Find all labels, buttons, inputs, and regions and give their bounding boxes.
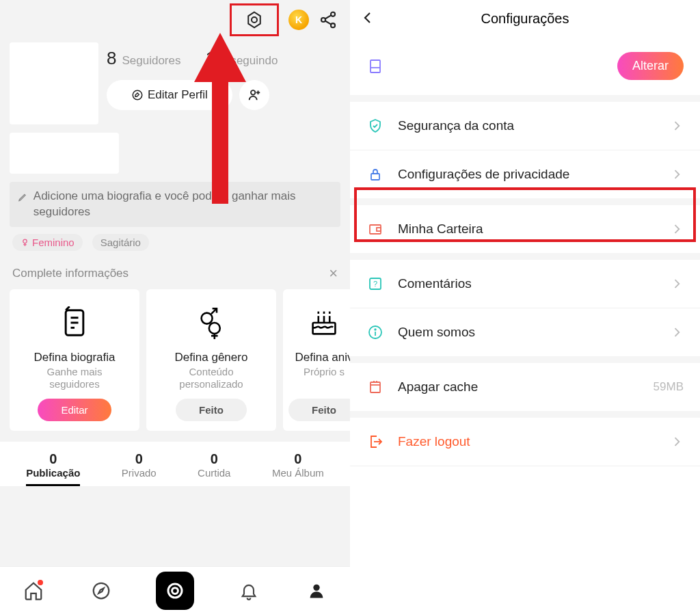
notification-dot [38, 580, 43, 585]
privacy-label: Configurações de privacidade [398, 167, 569, 182]
camera-icon [165, 580, 185, 601]
svg-rect-35 [371, 60, 380, 72]
lock-icon [367, 166, 383, 183]
settings-row-comments[interactable]: ? Comentários [350, 260, 700, 308]
settings-row-about[interactable]: Quem somos [350, 308, 700, 363]
tab-album-count: 0 [272, 451, 324, 467]
tab-album[interactable]: 0 Meu Álbum [272, 451, 324, 486]
settings-row-account[interactable]: Alterar [350, 37, 700, 102]
add-friend-button[interactable] [239, 80, 269, 110]
compass-icon [91, 580, 111, 601]
tab-private[interactable]: 0 Privado [122, 451, 157, 486]
share-icon[interactable] [319, 10, 338, 29]
chevron-right-icon [670, 277, 684, 291]
svg-rect-39 [377, 228, 381, 231]
svg-marker-0 [248, 12, 260, 28]
card-birthday-btn-label: Feito [312, 404, 336, 416]
trash-icon [367, 379, 383, 395]
person-icon [307, 581, 326, 600]
edit-profile-button[interactable]: Editar Perfil [107, 80, 232, 110]
svg-rect-38 [370, 225, 381, 234]
svg-point-3 [321, 18, 325, 22]
settings-row-cache[interactable]: Apagar cache 59MB [350, 363, 700, 418]
chevron-right-icon [670, 435, 684, 449]
chevron-left-icon [360, 10, 376, 26]
chevron-right-icon [670, 168, 684, 181]
card-bio-sub1: Ganhe mais [47, 366, 103, 377]
tab-liked-count: 0 [198, 451, 230, 467]
card-bio: Defina biografia Ganhe mais seguidores E… [10, 289, 139, 431]
card-bio-btn-label: Editar [61, 404, 88, 416]
wallet-icon [367, 221, 383, 237]
nav-notifications[interactable] [237, 578, 261, 603]
svg-rect-37 [371, 174, 379, 180]
card-birthday-title: Defina aniv [295, 351, 350, 364]
svg-point-4 [331, 23, 335, 27]
svg-point-32 [172, 587, 178, 593]
card-bio-button[interactable]: Editar [38, 399, 111, 421]
page-title: Configurações [481, 11, 569, 27]
card-birthday-button[interactable]: Feito [288, 399, 350, 421]
settings-row-logout[interactable]: Fazer logout [350, 418, 700, 466]
bell-icon [239, 581, 258, 600]
logout-icon [367, 433, 383, 450]
card-birthday-sub1: Próprio s [304, 366, 345, 377]
account-icon [367, 58, 383, 75]
settings-row-security[interactable]: Segurança da conta [350, 102, 700, 150]
nav-camera[interactable] [156, 572, 194, 610]
bio-prompt[interactable]: Adicione uma biografia e você poderá gan… [10, 182, 340, 227]
tab-posts[interactable]: 0 Publicação [26, 451, 80, 486]
back-button[interactable] [360, 10, 376, 29]
zodiac-tag-label: Sagitário [100, 237, 141, 248]
nav-profile[interactable] [304, 578, 329, 603]
svg-marker-30 [98, 588, 104, 593]
following-stat[interactable]: 10 seguindo [205, 48, 278, 69]
edit-icon [131, 89, 144, 101]
avatar[interactable] [10, 42, 98, 124]
cache-size: 59MB [654, 380, 684, 394]
following-label: seguindo [230, 54, 278, 68]
chevron-right-icon [670, 325, 684, 339]
alterar-button[interactable]: Alterar [617, 52, 684, 80]
followers-stat[interactable]: 8 Seguidores [107, 48, 180, 69]
username-box [10, 133, 119, 174]
about-label: Quem somos [398, 325, 475, 340]
gear-icon [244, 10, 265, 30]
bio-prompt-text: Adicione uma biografia e você poderá gan… [33, 189, 332, 220]
card-bio-title: Defina biografia [33, 351, 115, 364]
gender-tag[interactable]: Feminino [12, 234, 83, 251]
settings-icon-highlight[interactable] [230, 3, 279, 36]
settings-row-privacy[interactable]: Configurações de privacidade [350, 150, 700, 205]
nav-explore[interactable] [89, 578, 113, 603]
cake-icon [308, 307, 340, 338]
gender-icon [195, 306, 228, 339]
svg-line-6 [325, 21, 332, 25]
svg-text:?: ? [373, 280, 377, 288]
svg-point-1 [252, 17, 257, 23]
tab-private-count: 0 [122, 451, 157, 467]
edit-profile-label: Editar Perfil [148, 88, 208, 102]
followers-label: Seguidores [122, 54, 180, 68]
nav-home[interactable] [21, 578, 46, 603]
tab-liked[interactable]: 0 Curtida [198, 451, 230, 486]
card-gender-button[interactable]: Feito [176, 399, 247, 421]
zodiac-tag[interactable]: Sagitário [92, 234, 149, 251]
info-icon [367, 324, 383, 341]
svg-point-8 [251, 90, 255, 94]
settings-row-wallet[interactable]: Minha Carteira [350, 205, 700, 260]
svg-point-19 [209, 323, 220, 334]
svg-point-44 [375, 329, 376, 330]
comments-icon: ? [367, 276, 383, 292]
pencil-icon [18, 191, 28, 202]
coin-icon[interactable]: K [288, 10, 309, 30]
card-birthday: Defina aniv Próprio s Feito [283, 289, 350, 431]
close-icon[interactable]: × [329, 265, 338, 282]
svg-point-2 [331, 12, 335, 16]
card-gender: Defina gênero Conteúdo personalizado Fei… [146, 289, 276, 431]
comments-label: Comentários [398, 276, 472, 291]
alterar-label: Alterar [632, 59, 669, 72]
tab-liked-label: Curtida [198, 467, 230, 479]
chevron-right-icon [670, 222, 684, 236]
tab-posts-count: 0 [26, 451, 80, 467]
svg-rect-22 [313, 323, 336, 334]
